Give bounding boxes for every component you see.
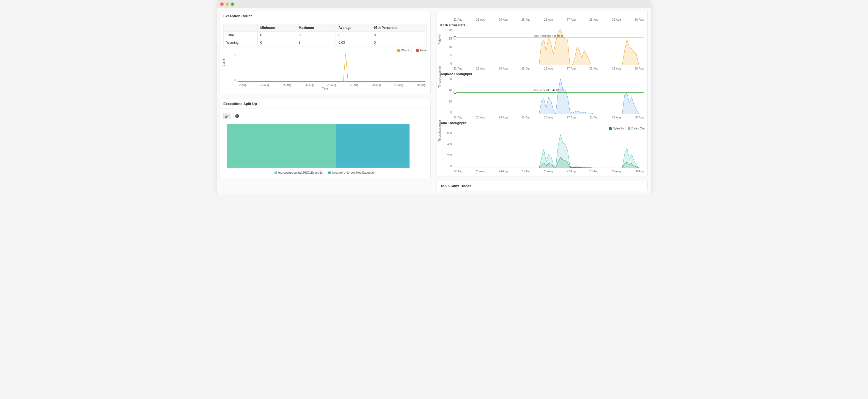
cell: 0 [336, 32, 371, 39]
row-label: Fatal [224, 32, 258, 39]
svg-text:95th Percentile : 42.07 rpm: 95th Percentile : 42.07 rpm [533, 89, 564, 92]
top-remnant-axis: 22-Aug23-Aug24-Aug25-Aug26-Aug27-Aug28-A… [439, 14, 645, 21]
svg-text:95th Percentile : 15.04 %: 95th Percentile : 15.04 % [534, 34, 563, 37]
swatch-icon [628, 127, 630, 130]
y-ticks: 6004002000 [445, 132, 452, 168]
legend-label: org.postgresql.util.PSQLException [278, 171, 324, 174]
cell: 0.03 [336, 39, 371, 46]
legend-label: Bytes In [613, 127, 624, 130]
table-header-row: Minimum Maximum Average 95th Percentile [224, 24, 427, 32]
th-avg: Average [336, 24, 371, 32]
y-axis-label: Throughput (rpm) [438, 66, 441, 88]
x-ticks: 22-Aug23-Aug24-Aug25-Aug26-Aug27-Aug28-A… [454, 67, 644, 70]
legend-label: Warning [401, 48, 412, 52]
exception-count-body: Minimum Maximum Average 95th Percentile … [219, 21, 430, 94]
exceptions-split-legend: org.postgresql.util.PSQLException java.n… [223, 171, 427, 174]
th-min: Minimum [257, 24, 296, 32]
data-throughput-legend: Bytes In Bytes Out [439, 127, 645, 130]
y-tick: 2 [229, 54, 236, 57]
req-throughput-svg: 95th Percentile : 42.07 rpm [454, 78, 644, 114]
legend-label: Fatal [420, 48, 427, 52]
http-error-chart[interactable]: Rate(%) 20151050 95th Percentile : 15.04… [439, 29, 645, 70]
plot-area: 95th Percentile : 15.04 % [454, 29, 644, 65]
view-toggle-group [223, 111, 427, 122]
th-p95: 95th Percentile [371, 24, 427, 32]
http-error-svg: 95th Percentile : 15.04 % [454, 29, 644, 65]
exceptions-split-title: Exceptions Split Up [219, 99, 430, 109]
cell: 0 [257, 39, 296, 46]
th-blank [224, 24, 258, 32]
slow-traces-card: Top 5 Slow Traces [436, 181, 648, 191]
cell: 0 [296, 32, 336, 39]
left-column: Exception Count Minimum Maximum Average … [219, 11, 431, 191]
bar-view-button[interactable] [223, 113, 231, 119]
swatch-icon [275, 171, 277, 174]
bar-chart-icon [225, 114, 229, 118]
exception-count-card: Exception Count Minimum Maximum Average … [219, 11, 431, 94]
x-ticks: 22-Aug23-Aug24-Aug25-Aug26-Aug27-Aug28-A… [454, 116, 644, 119]
y-ticks: 2 0 [229, 54, 236, 81]
legend-item: Bytes In [609, 127, 624, 130]
plot-area [454, 132, 644, 168]
swatch-icon [397, 49, 400, 52]
slow-traces-title: Top 5 Slow Traces [436, 181, 647, 191]
svg-rect-2 [225, 116, 228, 117]
svg-point-10 [454, 91, 456, 94]
y-ticks: 20151050 [445, 29, 452, 65]
x-ticks: 22-Aug23-Aug24-Aug25-Aug26-Aug27-Aug28-A… [238, 84, 426, 87]
y-axis-label: Rate(%) [438, 34, 441, 44]
window-close-icon[interactable] [220, 2, 224, 6]
exceptions-split-chart[interactable] [227, 124, 409, 168]
exception-count-chart[interactable]: Count 2 0 22-Aug23-Aug24-Aug25-Aug26-Aug… [223, 54, 427, 87]
plot-area: 95th Percentile : 42.07 rpm [454, 78, 644, 114]
exception-count-svg [238, 54, 426, 81]
legend-item: java.net.UnknownHostException [328, 171, 375, 174]
swatch-icon [609, 127, 612, 130]
swatch-icon [416, 49, 419, 52]
row-label: Warning [224, 39, 258, 46]
pie-chart-icon [235, 114, 239, 118]
http-error-title: HTTP Error Rate [440, 23, 645, 27]
exception-count-table: Minimum Maximum Average 95th Percentile … [223, 24, 427, 46]
right-charts-card: 22-Aug23-Aug24-Aug25-Aug26-Aug27-Aug28-A… [436, 11, 648, 176]
legend-item: org.postgresql.util.PSQLException [275, 171, 324, 174]
plot-area [238, 54, 426, 81]
legend-item: Bytes Out [628, 127, 645, 130]
right-column: 22-Aug23-Aug24-Aug25-Aug26-Aug27-Aug28-A… [436, 11, 648, 191]
dashboard-content: Exception Count Minimum Maximum Average … [217, 8, 651, 194]
window-titlebar [217, 0, 651, 8]
exception-count-legend: Warning Fatal [223, 48, 427, 52]
legend-item: Fatal [416, 48, 427, 52]
y-tick: 0 [229, 78, 236, 81]
table-row: Warning 0 3 0.03 0 [224, 39, 427, 46]
app-window: Exception Count Minimum Maximum Average … [217, 0, 651, 194]
window-minimize-icon[interactable] [225, 2, 229, 6]
legend-label: Bytes Out [631, 127, 645, 130]
swatch-icon [328, 171, 331, 174]
exceptions-split-body: org.postgresql.util.PSQLException java.n… [219, 109, 430, 178]
exceptions-split-card: Exceptions Split Up org.postgresql.util.… [219, 99, 431, 178]
table-row: Fatal 0 0 0 0 [224, 32, 427, 39]
window-maximize-icon[interactable] [231, 2, 234, 6]
cell: 0 [257, 32, 296, 39]
y-ticks: 6040200 [445, 78, 452, 114]
data-throughput-chart[interactable]: Throughput (rpm) 6004002000 22-Aug23-Aug… [439, 132, 645, 173]
exception-count-title: Exception Count [219, 11, 430, 21]
x-axis-label: Time [223, 87, 427, 90]
req-throughput-title: Request Throughput [440, 72, 645, 76]
y-axis-label: Count [222, 59, 225, 67]
legend-item: Warning [397, 48, 412, 52]
cell: 0 [371, 32, 427, 39]
y-axis-label: Throughput (rpm) [438, 120, 441, 141]
cell: 3 [296, 39, 336, 46]
svg-point-6 [454, 37, 456, 39]
cell: 0 [371, 39, 427, 46]
x-ticks: 22-Aug23-Aug24-Aug25-Aug26-Aug27-Aug28-A… [454, 170, 644, 173]
x-ticks: 22-Aug23-Aug24-Aug25-Aug26-Aug27-Aug28-A… [454, 18, 644, 21]
svg-rect-3 [225, 117, 227, 118]
data-throughput-title: Data Throughput [440, 121, 645, 125]
req-throughput-chart[interactable]: Throughput (rpm) 6040200 95th Percentile… [439, 78, 645, 119]
data-throughput-svg [454, 132, 644, 168]
legend-label: java.net.UnknownHostException [332, 171, 375, 174]
pie-view-button[interactable] [233, 113, 241, 119]
